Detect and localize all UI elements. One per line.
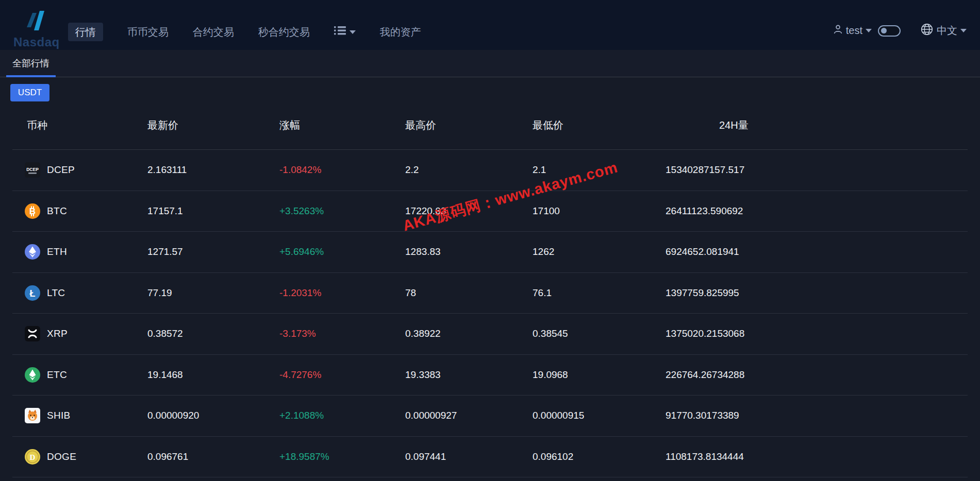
dcep-icon: DCEP — [25, 162, 40, 178]
chevron-down-icon — [350, 30, 356, 34]
coin-name: DCEP — [47, 164, 75, 176]
user-menu[interactable]: test — [833, 24, 872, 37]
volume-24h: 226764.26734288 — [666, 369, 968, 381]
username: test — [846, 25, 862, 37]
etc-icon — [25, 367, 40, 383]
list-menu-icon — [334, 24, 346, 40]
coin-cell: BBTC — [12, 203, 147, 219]
nav-item-5[interactable]: 我的资产 — [380, 24, 421, 40]
svg-text:Ł: Ł — [30, 288, 36, 298]
table-header-row: 币种 最新价 涨幅 最高价 最低价 24H量 — [12, 101, 968, 150]
coin-name: XRP — [47, 328, 68, 339]
theme-toggle[interactable] — [878, 25, 901, 37]
coin-name: LTC — [47, 287, 65, 299]
svg-text:D: D — [30, 453, 36, 461]
usdt-filter-button[interactable]: USDT — [10, 84, 49, 101]
change-percent: -1.0842% — [279, 164, 405, 176]
table-row[interactable]: XRP0.38572-3.173%0.389220.385451375020.2… — [12, 314, 968, 355]
table-row[interactable]: ETH1271.57+5.6946%1283.8312626924652.081… — [12, 232, 968, 273]
volume-24h: 1108173.8134444 — [666, 451, 968, 462]
xrp-icon — [25, 326, 40, 341]
table-row[interactable]: ETC19.1468-4.7276%19.338319.0968226764.2… — [12, 355, 968, 396]
nav-item-2[interactable]: 合约交易 — [193, 24, 234, 40]
language-label: 中文 — [937, 24, 957, 38]
table-row[interactable]: SHIB0.00000920+2.1088%0.000009270.000009… — [12, 396, 968, 437]
brand-logo-text: Nasdaq — [13, 36, 60, 49]
column-header-low: 最低价 — [533, 118, 666, 132]
coin-name: ETC — [47, 369, 67, 381]
market-table-body: DCEPDCEP2.163111-1.0842%2.22.11534028715… — [12, 150, 968, 477]
column-header-volume: 24H量 — [666, 118, 968, 132]
low-price: 17100 — [533, 205, 666, 217]
volume-24h: 1375020.2153068 — [666, 328, 968, 339]
high-price: 78 — [405, 287, 533, 299]
last-price: 2.163111 — [147, 164, 279, 176]
last-price: 19.1468 — [147, 369, 279, 381]
app-root: Nasdaq 行情币币交易合约交易秒合约交易我的资产 test — [0, 0, 980, 477]
top-navbar: Nasdaq 行情币币交易合约交易秒合约交易我的资产 test — [0, 0, 980, 50]
low-price: 1262 — [533, 246, 666, 257]
low-price: 2.1 — [533, 164, 666, 176]
table-row[interactable]: BBTC17157.1+3.5263%17220.631710026411123… — [12, 191, 968, 232]
table-row[interactable]: DCEPDCEP2.163111-1.0842%2.22.11534028715… — [12, 150, 968, 191]
svg-text:B: B — [29, 207, 36, 216]
table-row[interactable]: DDOGE0.096761+18.9587%0.0974410.09610211… — [12, 437, 968, 478]
market-table: 币种 最新价 涨幅 最高价 最低价 24H量 DCEPDCEP2.163111-… — [12, 101, 968, 477]
ltc-icon: Ł — [25, 285, 40, 301]
coin-cell: DCEPDCEP — [12, 162, 147, 178]
last-price: 0.38572 — [147, 328, 279, 339]
coin-name: BTC — [47, 205, 67, 217]
last-price: 1271.57 — [147, 246, 279, 257]
nav-item-0[interactable]: 行情 — [68, 23, 103, 41]
high-price: 0.38922 — [405, 328, 533, 339]
volume-24h: 6924652.081941 — [666, 246, 968, 257]
header-right: test 中文 — [833, 23, 967, 39]
brand-logo-icon — [24, 9, 49, 35]
high-price: 0.097441 — [405, 451, 533, 462]
low-price: 0.00000915 — [533, 410, 666, 421]
nav-item-1[interactable]: 币币交易 — [127, 24, 169, 40]
change-percent: +18.9587% — [279, 451, 405, 462]
coin-cell: ŁLTC — [12, 285, 147, 301]
change-percent: +3.5263% — [279, 205, 405, 217]
high-price: 19.3383 — [405, 369, 533, 381]
doge-icon: D — [25, 449, 40, 465]
change-percent: -4.7276% — [279, 369, 405, 381]
volume-24h: 91770.30173389 — [666, 410, 968, 421]
last-price: 0.096761 — [147, 451, 279, 462]
last-price: 0.00000920 — [147, 410, 279, 421]
high-price: 17220.63 — [405, 205, 533, 217]
svg-text:DCEP: DCEP — [26, 167, 39, 172]
table-row[interactable]: ŁLTC77.19-1.2031%7876.11397759.825995 — [12, 273, 968, 314]
change-percent: -3.173% — [279, 328, 405, 339]
change-percent: +5.6946% — [279, 246, 405, 257]
change-percent: -1.2031% — [279, 287, 405, 299]
low-price: 0.38545 — [533, 328, 666, 339]
shib-icon — [25, 408, 40, 423]
coin-cell: XRP — [12, 326, 147, 341]
eth-icon — [25, 244, 40, 260]
volume-24h: 1397759.825995 — [666, 287, 968, 299]
coin-cell: ETH — [12, 244, 147, 260]
high-price: 2.2 — [405, 164, 533, 176]
column-header-coin: 币种 — [12, 118, 147, 132]
tab-all-markets[interactable]: 全部行情 — [6, 57, 56, 77]
coin-name: DOGE — [47, 451, 76, 462]
coin-name: SHIB — [47, 410, 71, 421]
coin-name: ETH — [47, 246, 67, 257]
nav-item-3[interactable]: 秒合约交易 — [258, 24, 310, 40]
high-price: 1283.83 — [405, 246, 533, 257]
btc-icon: B — [25, 203, 40, 219]
coin-cell: SHIB — [12, 408, 147, 423]
high-price: 0.00000927 — [405, 410, 533, 421]
change-percent: +2.1088% — [279, 410, 405, 421]
coin-cell: DDOGE — [12, 449, 147, 465]
nav-item-list-menu[interactable] — [334, 24, 356, 40]
brand-logo[interactable]: Nasdaq — [13, 9, 60, 49]
column-header-last: 最新价 — [147, 118, 279, 132]
chevron-down-icon — [866, 29, 872, 32]
language-menu[interactable]: 中文 — [920, 23, 967, 39]
tab-bar: 全部行情 — [0, 50, 980, 77]
globe-icon — [920, 23, 934, 39]
chevron-down-icon — [960, 29, 967, 32]
